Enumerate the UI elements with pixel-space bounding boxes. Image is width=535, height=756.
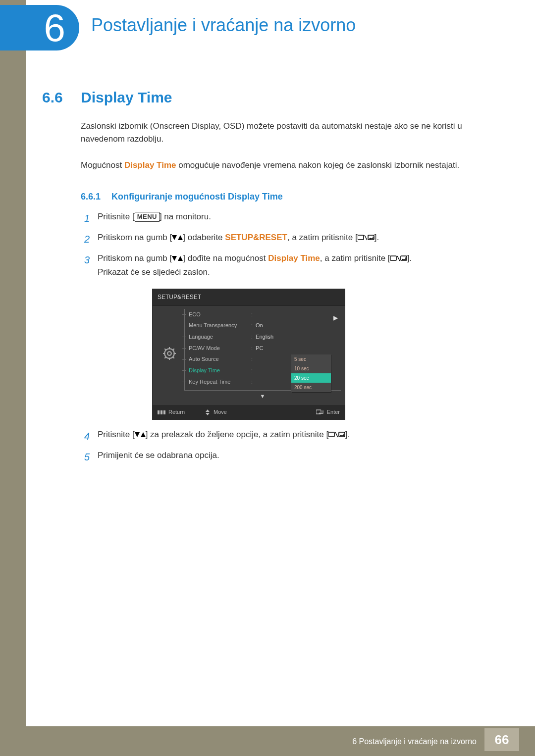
svg-marker-6 bbox=[172, 256, 177, 261]
step3-mid: ] dođite na mogućnost bbox=[183, 253, 268, 263]
step-1: 1 Pritisnite [MENU] na monitoru. bbox=[81, 210, 505, 227]
step-3: 3 Pritiskom na gumb [] dođite na mogućno… bbox=[81, 252, 505, 424]
svg-marker-7 bbox=[178, 256, 183, 261]
osd-menu-item-label: Language bbox=[189, 332, 248, 342]
select-enter-icon bbox=[390, 255, 407, 262]
osd-menu-item: Menu Transparency:On bbox=[185, 320, 341, 331]
osd-footer-enter-label: Enter bbox=[327, 407, 340, 417]
down-up-arrow-icon bbox=[135, 431, 146, 438]
step3-emphasis: Display Time bbox=[268, 253, 320, 263]
step5-text: Primijenit će se odabrana opcija. bbox=[98, 449, 505, 463]
down-up-arrow-icon bbox=[172, 255, 183, 262]
colon: : bbox=[251, 321, 253, 330]
step-number: 2 bbox=[81, 231, 90, 248]
chapter-tab: 6 bbox=[0, 5, 79, 50]
page-footer-text: 6 Postavljanje i vraćanje na izvorno bbox=[352, 737, 477, 746]
step2-mid: ] odaberite bbox=[183, 233, 225, 242]
step4-post: ]. bbox=[345, 430, 350, 439]
svg-line-20 bbox=[164, 356, 166, 358]
svg-rect-8 bbox=[390, 256, 396, 260]
svg-rect-23 bbox=[160, 410, 162, 414]
osd-menu-item-label: ECO bbox=[189, 310, 248, 319]
step3-pre: Pritiskom na gumb [ bbox=[98, 253, 172, 263]
osd-menu-item-label: Key Repeat Time bbox=[189, 377, 248, 387]
osd-menu-item-label: Auto Source bbox=[189, 354, 248, 364]
gear-icon bbox=[163, 347, 176, 363]
subsection-title: Konfiguriranje mogućnosti Display Time bbox=[111, 192, 283, 202]
step3-post-a: , a zatim pritisnite [ bbox=[320, 253, 390, 263]
step-4: 4 Pritisnite [] za prelazak do željene o… bbox=[81, 428, 505, 445]
chapter-number: 6 bbox=[44, 8, 65, 47]
osd-body: ECO:Menu Transparency:OnLanguage:English… bbox=[153, 306, 345, 405]
step-number: 3 bbox=[81, 252, 90, 268]
step-5: 5 Primijenit će se odabrana opcija. bbox=[81, 449, 505, 465]
svg-rect-22 bbox=[158, 410, 160, 414]
select-enter-icon bbox=[358, 234, 374, 241]
svg-rect-31 bbox=[328, 432, 334, 437]
step4-mid: ] za prelazak do željene opcije, a zatim… bbox=[146, 430, 328, 439]
para2-post: omogućuje navođenje vremena nakon kojeg … bbox=[176, 160, 459, 170]
step4-pre: Pritisnite [ bbox=[98, 430, 135, 439]
svg-line-18 bbox=[164, 349, 166, 350]
svg-point-13 bbox=[167, 352, 171, 355]
step3-post-b: ]. bbox=[407, 253, 412, 263]
osd-popup-option: 10 sec bbox=[291, 364, 331, 373]
chevron-right-icon: ▶ bbox=[333, 313, 338, 323]
osd-footer-return: Return bbox=[158, 407, 185, 417]
osd-menu-item-value: English bbox=[256, 332, 273, 342]
osd-menu-item-label: Menu Transparency bbox=[189, 321, 248, 330]
osd-title: SETUP&RESET bbox=[153, 289, 345, 305]
section-paragraph-2: Mogućnost Display Time omogućuje navođen… bbox=[81, 159, 505, 172]
osd-popup-option: 20 sec bbox=[291, 373, 331, 383]
svg-marker-26 bbox=[206, 413, 210, 415]
step2-emphasis: SETUP&RESET bbox=[225, 233, 287, 242]
svg-line-19 bbox=[173, 356, 174, 358]
step2-pre: Pritiskom na gumb [ bbox=[98, 233, 172, 242]
colon: : bbox=[251, 366, 253, 375]
osd-menu-item: Language:English bbox=[185, 331, 341, 343]
select-enter-icon bbox=[328, 431, 345, 438]
chapter-title: Postavljanje i vraćanje na izvorno bbox=[91, 15, 356, 36]
svg-line-21 bbox=[173, 349, 174, 350]
svg-line-32 bbox=[335, 432, 338, 437]
section-heading: 6.6 Display Time bbox=[42, 89, 505, 106]
section-number: 6.6 bbox=[42, 89, 71, 106]
section-paragraph-1: Zaslonski izbornik (Onscreen Display, OS… bbox=[81, 120, 505, 145]
para2-pre: Mogućnost bbox=[81, 160, 124, 170]
step-number: 4 bbox=[81, 428, 90, 445]
step-number: 1 bbox=[81, 210, 90, 227]
colon: : bbox=[251, 310, 253, 319]
down-up-arrow-icon bbox=[172, 234, 183, 241]
osd-popup-option: 5 sec bbox=[291, 354, 331, 364]
svg-marker-30 bbox=[141, 432, 146, 437]
return-icon bbox=[158, 410, 165, 415]
menu-button-icon: MENU bbox=[135, 212, 160, 222]
osd-popup-option: 200 sec bbox=[291, 383, 331, 392]
colon: : bbox=[251, 332, 253, 342]
move-icon bbox=[205, 409, 211, 415]
section-title: Display Time bbox=[81, 89, 172, 106]
osd-menu-item-label: Display Time bbox=[189, 366, 248, 375]
osd-footer: Return Move Enter bbox=[153, 405, 345, 419]
subsection-heading: 6.6.1 Konfiguriranje mogućnosti Display … bbox=[81, 192, 505, 202]
osd-footer-move: Move bbox=[205, 407, 227, 417]
subsection-number: 6.6.1 bbox=[81, 192, 103, 202]
svg-line-9 bbox=[397, 256, 400, 261]
svg-marker-0 bbox=[172, 235, 177, 240]
osd-menu-item: ECO: bbox=[185, 309, 341, 320]
osd-screenshot: SETUP&RESET ECO:Menu Transparency:OnLang… bbox=[152, 289, 345, 420]
osd-panel: SETUP&RESET ECO:Menu Transparency:OnLang… bbox=[152, 289, 345, 420]
step2-post-b: ]. bbox=[374, 233, 379, 242]
para2-emphasis: Display Time bbox=[124, 160, 176, 170]
step2-post-a: , a zatim pritisnite [ bbox=[287, 233, 358, 242]
osd-menu-item-value: On bbox=[256, 321, 263, 330]
page-content: 6.6 Display Time Zaslonski izbornik (Ons… bbox=[42, 89, 505, 465]
enter-icon bbox=[316, 409, 324, 415]
svg-rect-2 bbox=[358, 235, 364, 240]
step-2: 2 Pritiskom na gumb [] odaberite SETUP&R… bbox=[81, 231, 505, 248]
colon: : bbox=[251, 377, 253, 387]
page-number: 66 bbox=[484, 728, 519, 751]
osd-footer-move-label: Move bbox=[214, 407, 227, 417]
svg-marker-25 bbox=[206, 409, 210, 412]
osd-footer-return-label: Return bbox=[168, 407, 185, 417]
